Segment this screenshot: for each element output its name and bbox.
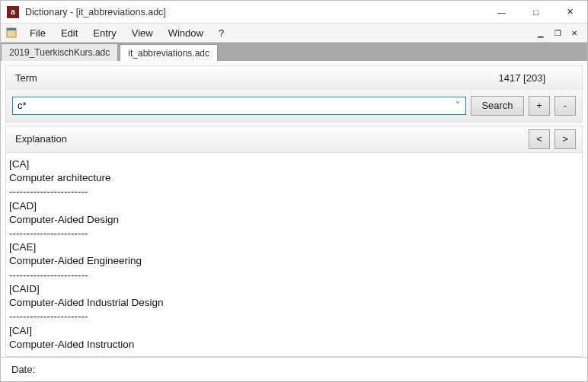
mdi-restore-button[interactable]: ❐ — [551, 27, 564, 39]
menu-file[interactable]: File — [22, 25, 53, 41]
add-button[interactable]: + — [529, 96, 550, 116]
term-input[interactable] — [13, 97, 450, 114]
tab-tuerkischkurs[interactable]: 2019_TuerkischKurs.adc — [1, 43, 118, 61]
explanation-label: Explanation — [12, 130, 69, 148]
menu-edit[interactable]: Edit — [53, 25, 85, 41]
next-button[interactable]: > — [554, 129, 576, 149]
close-button[interactable]: ✕ — [553, 1, 587, 24]
mdi-close-button[interactable]: ✕ — [567, 27, 581, 39]
menu-window[interactable]: Window — [161, 25, 211, 41]
minimize-button[interactable]: ― — [484, 1, 519, 24]
menu-help[interactable]: ? — [211, 25, 232, 41]
search-button[interactable]: Search — [471, 96, 524, 116]
explanation-body: [CA] Computer architecture -------------… — [5, 153, 583, 357]
svg-rect-1 — [7, 28, 16, 30]
mdi-minimize-button[interactable]: ▁ — [534, 27, 548, 39]
tab-it-abbreviations[interactable]: it_abbreviations.adc — [120, 44, 218, 62]
result-count: 1417 [203] — [499, 72, 576, 84]
menu-bar: File Edit Entry View Window ? ▁ ❐ ✕ — [1, 24, 587, 43]
app-icon: a — [7, 6, 19, 18]
explanation-header: Explanation < > — [5, 126, 583, 153]
term-header: Term 1417 [203] — [5, 65, 583, 90]
window-title: Dictionary - [it_abbreviations.adc] — [25, 7, 166, 18]
search-row: ˅ Search + - — [5, 90, 583, 123]
menu-entry[interactable]: Entry — [85, 25, 123, 41]
maximize-button[interactable]: □ — [519, 1, 553, 24]
date-label: Date: — [11, 364, 35, 375]
chevron-down-icon[interactable]: ˅ — [450, 100, 465, 110]
document-tab-bar: 2019_TuerkischKurs.adc it_abbreviations.… — [1, 43, 587, 60]
content-area: Term 1417 [203] ˅ Search + - Explanation… — [1, 61, 587, 357]
prev-button[interactable]: < — [529, 129, 550, 149]
title-bar: a Dictionary - [it_abbreviations.adc] ― … — [1, 1, 587, 24]
status-bar: Date: — [1, 357, 587, 381]
app-menu-icon — [5, 27, 18, 39]
menu-view[interactable]: View — [124, 25, 161, 41]
remove-button[interactable]: - — [554, 96, 576, 116]
term-label: Term — [12, 69, 39, 87]
term-combobox[interactable]: ˅ — [12, 97, 466, 115]
